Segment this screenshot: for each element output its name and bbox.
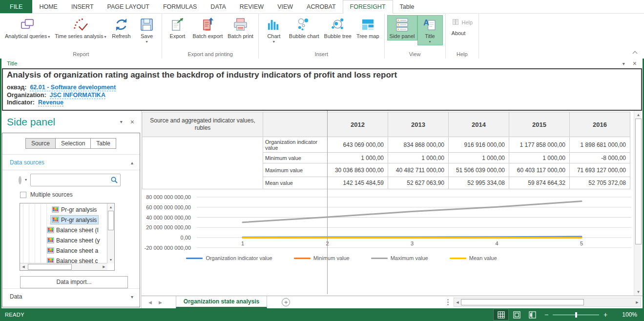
value-cell[interactable]: 30 036 863 000,00 — [328, 163, 388, 177]
field-link[interactable]: JSC INFORMATIKA — [50, 92, 105, 99]
sheet-tab-organization-state-analysis[interactable]: Organization state analysis — [176, 296, 267, 308]
tree-node[interactable]: Pr-gr analysis — [51, 216, 98, 224]
data-sources-section-header[interactable]: Data sources ▴ — [2, 155, 140, 170]
add-sheet-icon[interactable]: + — [282, 298, 290, 306]
side-panel-close-icon[interactable]: × — [130, 119, 134, 125]
ribbon-tab-review[interactable]: REVIEW — [233, 0, 270, 13]
ribbon-tab-data[interactable]: DATA — [204, 0, 232, 13]
value-cell[interactable]: 1 000,00 — [509, 153, 570, 163]
scroll-thumb[interactable] — [461, 299, 584, 305]
year-header-2015[interactable]: 2015 — [509, 112, 570, 137]
search-input[interactable] — [33, 176, 110, 184]
value-cell[interactable]: 51 506 039 000,00 — [449, 163, 509, 177]
year-header-2013[interactable]: 2013 — [388, 112, 449, 137]
tree-item[interactable]: Pr-gr analysis — [21, 204, 107, 215]
scroll-left-icon[interactable]: ◀ — [20, 263, 27, 270]
time-series-analysis-button[interactable]: Time series analysis▾ — [52, 15, 108, 40]
value-cell[interactable]: 142 145 484,59 — [328, 177, 388, 189]
scroll-up-icon[interactable]: ▲ — [107, 203, 114, 210]
table-corner-header[interactable]: Source and aggregated indicator values, … — [143, 112, 263, 137]
search-icon[interactable] — [110, 176, 118, 184]
year-header-2014[interactable]: 2014 — [449, 112, 509, 137]
ribbon-tab-file[interactable]: FILE — [0, 0, 32, 13]
list-horizontal-scrollbar[interactable]: ◀ ▶ — [20, 263, 107, 270]
value-cell[interactable]: 1 000,00 — [388, 153, 449, 163]
ribbon-tab-table[interactable]: Table — [393, 0, 421, 13]
year-header-2016[interactable]: 2016 — [570, 112, 630, 137]
tree-map-button[interactable]: Tree map — [354, 15, 382, 40]
ribbon-tab-foresight[interactable]: FORESIGHT — [343, 0, 393, 14]
analytical-queries-button[interactable]: Analytical queries▾ — [2, 15, 52, 40]
value-cell[interactable]: 59 874 664,32 — [509, 177, 570, 189]
value-cell[interactable]: 1 898 681 000,00 — [570, 137, 630, 153]
bubble-chart-button[interactable]: Bubble chart — [287, 15, 322, 40]
ribbon-tab-insert[interactable]: INSERT — [64, 0, 101, 13]
tree-item[interactable]: Balance sheet c — [21, 256, 107, 263]
value-cell[interactable]: 52 627 063,90 — [388, 177, 449, 189]
scroll-thumb[interactable] — [28, 264, 72, 270]
scroll-right-icon[interactable]: ▶ — [101, 263, 107, 270]
line-chart[interactable]: 80 000 000 000,0060 000 000 000,0040 000… — [142, 190, 633, 251]
value-cell[interactable]: 643 069 000,00 — [328, 137, 388, 153]
batch-export-button[interactable]: Batch export — [190, 15, 225, 40]
data-section-header[interactable]: Data ▾ — [2, 289, 140, 304]
row-label[interactable]: Mean value — [263, 177, 328, 189]
list-vertical-scrollbar[interactable]: ▲ ▼ — [107, 203, 114, 263]
zoom-slider-thumb[interactable] — [575, 312, 577, 318]
table-empty-cell[interactable] — [143, 137, 263, 189]
row-label[interactable]: Organization indicator value — [263, 137, 328, 153]
zoom-out-button[interactable]: − — [540, 311, 553, 319]
data-import-button[interactable]: Data import... — [20, 276, 128, 288]
next-sheet-icon[interactable]: ▶ — [159, 300, 162, 305]
side-panel-menu-icon[interactable]: ▾ — [120, 119, 123, 124]
tree-item[interactable]: Balance sheet a — [21, 245, 107, 256]
ribbon-tab-home[interactable]: HOME — [32, 0, 64, 13]
scroll-down-icon[interactable]: ▼ — [634, 288, 643, 296]
zoom-in-button[interactable]: + — [599, 311, 612, 319]
title-pane-close-icon[interactable]: × — [633, 60, 637, 67]
chart-button[interactable]: Chart▾ — [261, 15, 287, 45]
scroll-thumb[interactable] — [108, 211, 114, 230]
tree-node[interactable]: Balance sheet a — [46, 246, 100, 255]
value-cell[interactable]: 52 995 334,08 — [449, 177, 509, 189]
row-label[interactable]: Maximum value — [263, 163, 328, 177]
collapse-section-icon[interactable]: ▴ — [131, 160, 133, 165]
tree-node[interactable]: Balance sheet c — [46, 257, 99, 263]
side-panel-tab-table[interactable]: Table — [90, 138, 116, 149]
expand-section-icon[interactable]: ▾ — [131, 294, 133, 300]
value-cell[interactable]: 1 000,00 — [328, 153, 388, 163]
ribbon-tab-view[interactable]: VIEW — [270, 0, 300, 13]
page-layout-view-button[interactable] — [509, 309, 524, 321]
zoom-level[interactable]: 100% — [612, 311, 644, 318]
gear-icon[interactable] — [19, 176, 21, 184]
value-cell[interactable]: -8 000,00 — [570, 153, 630, 163]
value-cell[interactable]: 40 482 711 000,00 — [388, 163, 449, 177]
ribbon-tab-acrobat[interactable]: ACROBAT — [300, 0, 343, 13]
bubble-tree-button[interactable]: Bubble tree — [322, 15, 354, 40]
zoom-slider[interactable] — [553, 315, 599, 315]
gear-caret-icon[interactable]: ▾ — [25, 178, 27, 182]
tree-node[interactable]: Pr-gr analysis — [51, 205, 98, 214]
scroll-down-icon[interactable]: ▼ — [107, 257, 114, 263]
prev-sheet-icon[interactable]: ◀ — [148, 300, 152, 305]
field-link[interactable]: Revenue — [38, 99, 63, 106]
field-link[interactable]: 62.01 - Software development — [30, 84, 116, 91]
normal-view-button[interactable] — [493, 309, 509, 321]
title-button[interactable]: ATitle▾ — [417, 15, 443, 45]
export-button[interactable]: Export — [165, 15, 190, 40]
refresh-button[interactable]: Refresh — [108, 15, 134, 40]
side-panel-tab-source[interactable]: Source — [25, 138, 56, 149]
tree-item[interactable]: Balance sheet (I — [21, 225, 107, 235]
value-cell[interactable]: 71 693 127 000,00 — [570, 163, 630, 177]
help-button[interactable]: Help — [448, 17, 477, 27]
tab-bar-resize-handle[interactable] — [447, 299, 449, 306]
collapse-ribbon-icon[interactable] — [633, 51, 637, 55]
value-cell[interactable]: 52 705 372,08 — [570, 177, 630, 189]
value-cell[interactable]: 916 916 000,00 — [449, 137, 509, 153]
scroll-left-icon[interactable]: ◀ — [454, 299, 461, 306]
page-break-preview-button[interactable] — [524, 309, 540, 321]
tree-node[interactable]: Balance sheet (I — [46, 226, 100, 234]
multiple-sources-checkbox[interactable] — [20, 192, 26, 198]
side-panel-tab-selection[interactable]: Selection — [55, 138, 91, 149]
value-cell[interactable]: 60 403 117 000,00 — [509, 163, 570, 177]
